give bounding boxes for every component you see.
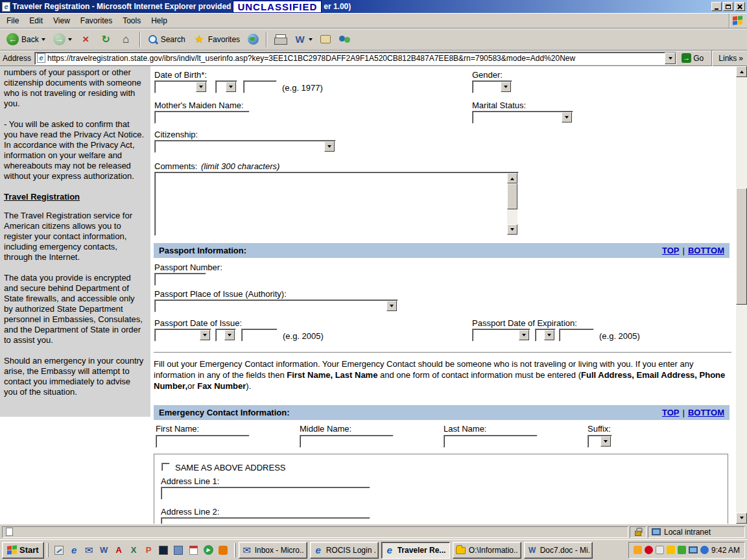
back-dropdown-icon[interactable] [42, 38, 45, 43]
tray-alert-icon[interactable] [667, 546, 675, 554]
tray-messenger-icon[interactable] [700, 546, 709, 554]
address-url[interactable]: https://travelregistration.state.gov/ibr… [45, 54, 665, 63]
stop-button[interactable]: × [77, 30, 95, 49]
suffix-select[interactable] [587, 435, 612, 448]
dropdown-arrow-icon[interactable] [386, 301, 397, 311]
gender-select[interactable] [472, 80, 512, 93]
address2-input[interactable] [161, 517, 370, 524]
tray-display-icon[interactable] [689, 546, 698, 554]
top-link[interactable]: TOP [662, 246, 680, 255]
edit-dropdown-icon[interactable] [309, 38, 313, 43]
discuss-button[interactable] [317, 30, 334, 49]
menu-favorites[interactable]: Favorites [75, 14, 117, 27]
app-icon[interactable] [218, 544, 229, 555]
issue-year-input[interactable] [241, 329, 278, 342]
forward-button[interactable]: → [50, 30, 75, 49]
messenger-button[interactable] [335, 30, 354, 49]
menu-tools[interactable]: Tools [117, 14, 146, 27]
expiration-day-select[interactable] [535, 329, 556, 342]
minimize-button[interactable] [711, 2, 722, 11]
terminal-icon[interactable] [158, 544, 169, 555]
address1-input[interactable] [161, 487, 370, 500]
issue-day-select[interactable] [215, 329, 236, 342]
task-button-traveler-active[interactable]: e Traveler Re... [381, 542, 450, 559]
same-address-checkbox[interactable] [161, 463, 170, 471]
expiration-year-input[interactable] [559, 329, 594, 342]
citizenship-select[interactable] [154, 140, 336, 153]
favorites-button[interactable]: ★ Favorites [190, 30, 243, 49]
first-name-input[interactable] [156, 435, 250, 448]
passport-number-input[interactable] [154, 273, 206, 286]
close-button[interactable] [735, 2, 745, 11]
forward-dropdown-icon[interactable] [68, 38, 72, 43]
dropdown-arrow-icon[interactable] [226, 82, 236, 92]
edit-with-word-button[interactable]: W [290, 30, 316, 49]
middle-name-input[interactable] [300, 435, 394, 448]
media-button[interactable] [244, 30, 262, 49]
issue-month-select[interactable] [154, 329, 211, 342]
print-button[interactable] [271, 30, 289, 49]
address-field[interactable]: e https://travelregistration.state.gov/i… [34, 52, 676, 65]
powerpoint-icon[interactable]: P [143, 544, 154, 555]
maiden-name-input[interactable] [154, 111, 250, 124]
expiration-month-select[interactable] [472, 329, 530, 342]
scroll-up-icon[interactable] [736, 66, 747, 77]
menu-view[interactable]: View [48, 14, 75, 27]
taskbar-grip[interactable] [47, 543, 49, 557]
acrobat-icon[interactable]: A [113, 544, 124, 555]
show-desktop-icon[interactable] [54, 544, 65, 555]
dropdown-arrow-icon[interactable] [544, 330, 554, 340]
start-button[interactable]: Start [2, 542, 44, 559]
dob-year-input[interactable] [243, 80, 277, 93]
menu-help[interactable]: Help [146, 14, 172, 27]
dropdown-arrow-icon[interactable] [324, 141, 335, 152]
word-icon[interactable]: W [99, 544, 110, 555]
top-link[interactable]: TOP [662, 408, 680, 417]
dropdown-arrow-icon[interactable] [196, 82, 206, 92]
comments-scrollbar[interactable] [507, 173, 517, 235]
excel-icon[interactable]: X [128, 544, 139, 555]
scroll-down-icon[interactable] [736, 513, 747, 524]
dob-day-select[interactable] [215, 80, 237, 93]
dropdown-arrow-icon[interactable] [200, 330, 210, 340]
scroll-thumb[interactable] [736, 188, 747, 305]
task-button-inbox[interactable]: ✉ Inbox - Micro... [239, 542, 307, 559]
outlook-icon[interactable]: ✉ [84, 544, 95, 555]
internet-explorer-icon[interactable]: e [69, 544, 80, 555]
back-button[interactable]: ← Back [3, 30, 49, 49]
task-button-rocis[interactable]: e ROCIS Login ... [310, 542, 379, 559]
last-name-input[interactable] [444, 435, 538, 448]
passport-place-select[interactable] [154, 299, 398, 312]
tray-network-icon[interactable] [678, 546, 686, 554]
media-player-icon[interactable]: ▶ [203, 544, 214, 555]
explorer-window-icon[interactable] [173, 544, 184, 555]
bottom-link[interactable]: BOTTOM [688, 408, 724, 417]
marital-status-select[interactable] [472, 111, 573, 124]
tray-hardware-icon[interactable] [656, 546, 664, 554]
tray-warning-icon[interactable] [634, 546, 642, 554]
dropdown-arrow-icon[interactable] [224, 330, 235, 340]
calendar-icon[interactable] [188, 544, 199, 555]
tray-antivirus-icon[interactable] [645, 546, 653, 554]
dropdown-arrow-icon[interactable] [600, 436, 611, 447]
dropdown-arrow-icon[interactable] [501, 82, 511, 92]
links-toolbar[interactable]: Links » [718, 54, 744, 63]
bottom-link[interactable]: BOTTOM [688, 246, 724, 255]
dropdown-arrow-icon[interactable] [519, 330, 529, 340]
maximize-button[interactable] [723, 2, 733, 11]
dob-month-select[interactable] [154, 80, 208, 93]
scroll-up-icon[interactable] [507, 173, 517, 183]
dropdown-arrow-icon[interactable] [562, 112, 572, 122]
task-button-doc7[interactable]: W Doc7.doc - Mi... [524, 542, 593, 559]
comments-textarea[interactable] [154, 172, 519, 236]
refresh-button[interactable]: ↻ [97, 30, 115, 49]
home-button[interactable]: ⌂ [117, 30, 136, 49]
taskbar-grip[interactable] [234, 543, 236, 557]
taskbar-clock[interactable]: 9:42 AM [711, 546, 740, 555]
go-button[interactable]: → Go [680, 52, 706, 64]
scroll-down-icon[interactable] [507, 224, 517, 235]
search-button[interactable]: Search [145, 30, 189, 49]
address-dropdown-icon[interactable] [665, 52, 676, 64]
task-button-folder[interactable]: O:\Informatio... [453, 542, 521, 559]
menu-file[interactable]: File [1, 14, 24, 27]
